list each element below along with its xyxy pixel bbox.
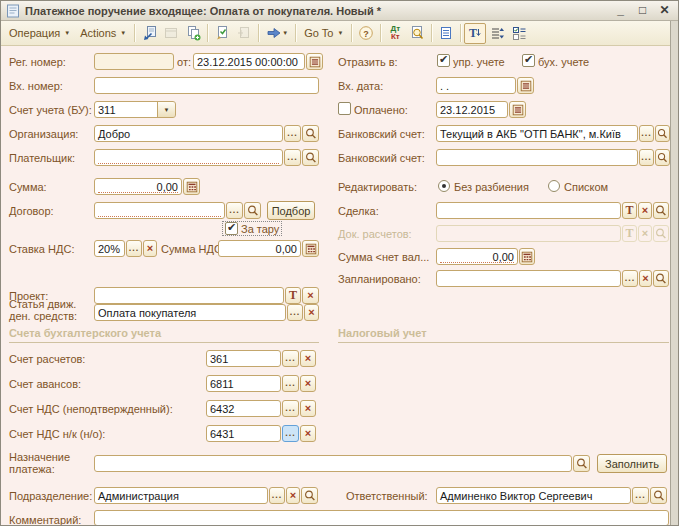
contract-field[interactable] (94, 202, 225, 219)
reg-date-calendar-button[interactable] (306, 53, 323, 70)
vat-rate-select-button[interactable]: ... (126, 240, 142, 257)
advance-account-field[interactable]: 6811 (206, 375, 281, 392)
cashflow-item-field[interactable]: Оплата покупателя (94, 304, 286, 321)
save-button[interactable] (138, 23, 160, 44)
bank-account2-select-button[interactable]: ... (639, 149, 654, 166)
deal-open-button[interactable] (653, 202, 669, 219)
bank-account1-field[interactable]: Текущий в АКБ "ОТП БАНК", м.Київ (436, 125, 638, 142)
in-date-calendar-button[interactable] (517, 77, 534, 94)
organization-field[interactable]: Добро (94, 125, 283, 142)
department-select-button[interactable]: ... (269, 487, 285, 504)
payer-field[interactable] (94, 149, 283, 166)
paid-checkbox[interactable] (338, 102, 351, 115)
vat-nk-clear-button[interactable]: × (300, 425, 316, 442)
in-date-field[interactable]: . . (436, 77, 516, 94)
goto-menu-button[interactable]: Go To▼ (299, 25, 348, 41)
responsible-select-button[interactable]: ... (632, 487, 649, 504)
contract-open-button[interactable] (244, 202, 261, 219)
comment-field[interactable] (94, 510, 669, 526)
amount-calc-button[interactable] (183, 178, 200, 195)
vat-rate-clear-button[interactable]: × (143, 240, 157, 257)
bank-account1-open-button[interactable] (655, 125, 670, 142)
filter-T-icon: Т (467, 25, 483, 41)
help-button[interactable]: ? (355, 23, 377, 44)
department-field[interactable]: Администрация (94, 487, 268, 504)
cashflow-select-button[interactable]: ... (287, 304, 303, 321)
post-doc-icon (214, 25, 230, 41)
amount-nocurrency-field[interactable]: 0,00 (436, 248, 518, 265)
deal-field[interactable] (436, 202, 621, 219)
no-breakdown-radio[interactable] (438, 180, 450, 192)
list-settings-button[interactable] (486, 23, 508, 44)
planned-clear-button[interactable]: × (639, 270, 652, 287)
fill-button[interactable]: Заполнить (597, 454, 667, 473)
responsible-open-button[interactable] (650, 487, 667, 504)
print-button[interactable]: ▼ (262, 23, 292, 44)
svg-text:?: ? (364, 29, 370, 39)
subordination-structure-button[interactable] (435, 23, 457, 44)
settlement-account-clear-button[interactable]: × (300, 350, 316, 367)
vat-rate-field[interactable]: 20% (94, 240, 125, 257)
in-number-field[interactable] (94, 77, 319, 94)
advance-account-select-button[interactable]: ... (282, 375, 299, 392)
department-clear-button[interactable]: × (286, 487, 300, 504)
paid-date-calendar-button[interactable] (509, 101, 526, 118)
department-open-button[interactable] (301, 487, 318, 504)
dtkt-button[interactable]: ДтКт (384, 23, 406, 44)
form-settings-button[interactable] (508, 23, 530, 44)
settlement-account-field[interactable]: 361 (206, 350, 281, 367)
planned-select-button[interactable]: ... (622, 270, 638, 287)
bank-account1-select-button[interactable]: ... (639, 125, 654, 142)
planned-field[interactable] (436, 270, 621, 287)
vat-amount-field[interactable]: 0,00 (218, 240, 301, 257)
magnifier-icon (654, 272, 668, 286)
bank-account2-open-button[interactable] (655, 149, 670, 166)
actions-menu-button[interactable]: Actions▼ (75, 25, 131, 41)
cashflow-clear-button[interactable]: × (304, 304, 319, 321)
project-type-button[interactable]: T (285, 287, 301, 304)
copy-button[interactable] (182, 23, 204, 44)
pick-button[interactable]: Подбор (267, 201, 315, 220)
vat-nk-select-button[interactable]: ... (282, 425, 299, 442)
amount-field[interactable]: 0,00 (94, 178, 182, 195)
reg-date-field[interactable]: 23.12.2015 00:00:00 (193, 53, 305, 70)
purpose-open-button[interactable] (573, 455, 590, 472)
minimize-button[interactable]: _ (612, 2, 629, 19)
payment-purpose-field[interactable] (94, 455, 572, 472)
za-taru-checkbox[interactable]: За тару (223, 222, 281, 235)
settlement-account-select-button[interactable]: ... (282, 350, 299, 367)
reg-number-field[interactable] (94, 53, 174, 70)
advance-account-clear-button[interactable]: × (300, 375, 316, 392)
paid-date-field[interactable]: 23.12.2015 (436, 101, 508, 118)
planned-open-button[interactable] (653, 270, 669, 287)
contract-select-button[interactable]: ... (226, 202, 243, 219)
responsible-field[interactable]: Админенко Виктор Сергеевич (436, 487, 631, 504)
find-in-list-button[interactable] (406, 23, 428, 44)
mgmt-accounting-checkbox[interactable] (437, 54, 450, 67)
account-bu-combo[interactable]: 311 ▼ (94, 101, 176, 118)
vat-nk-account-field[interactable]: 6431 (206, 425, 281, 442)
filter-by-value-button[interactable]: Т (464, 23, 486, 44)
as-list-radio[interactable] (548, 180, 560, 192)
maximize-button[interactable]: □ (634, 2, 651, 19)
magnifier-icon (656, 151, 669, 165)
operation-menu-button[interactable]: Операция▼ (4, 25, 75, 41)
close-button[interactable]: ✕ (656, 2, 673, 19)
combo-dropdown-button[interactable]: ▼ (157, 101, 176, 118)
vat-unconfirmed-clear-button[interactable]: × (300, 400, 316, 417)
project-field[interactable] (94, 287, 284, 304)
book-accounting-checkbox[interactable] (522, 54, 535, 67)
project-clear-button[interactable]: × (302, 287, 319, 304)
amount-nocurrency-calc-button[interactable] (519, 248, 535, 265)
deal-type-button[interactable]: T (622, 202, 637, 219)
bank-account2-field[interactable] (436, 149, 638, 166)
payer-select-button[interactable]: ... (284, 149, 301, 166)
post-button[interactable] (211, 23, 233, 44)
vat-amount-calc-button[interactable] (302, 240, 319, 257)
deal-clear-button[interactable]: × (638, 202, 652, 219)
vat-unconfirmed-account-field[interactable]: 6432 (206, 400, 281, 417)
organization-select-button[interactable]: ... (284, 125, 301, 142)
organization-open-button[interactable] (302, 125, 319, 142)
payer-open-button[interactable] (302, 149, 319, 166)
vat-unconfirmed-select-button[interactable]: ... (282, 400, 299, 417)
